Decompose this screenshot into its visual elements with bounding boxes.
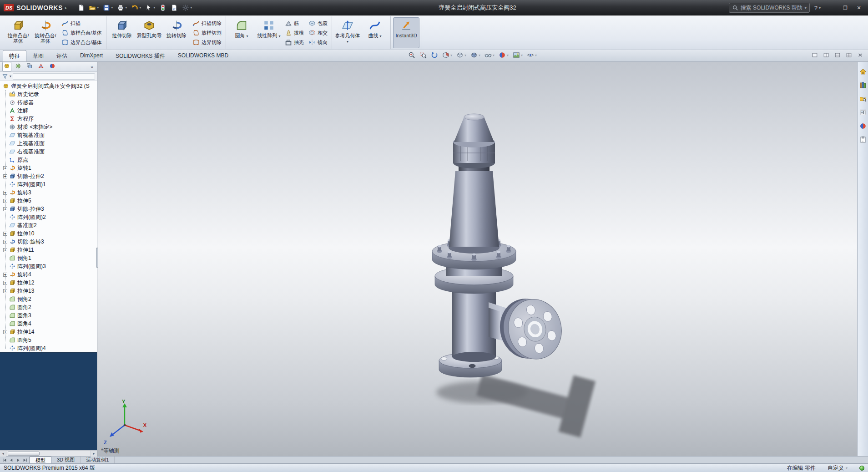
tree-item-extrude10[interactable]: 拉伸10 <box>0 229 97 238</box>
expand-icon[interactable] <box>3 174 7 178</box>
maximize-button[interactable]: ❐ <box>839 3 852 13</box>
tree-item-revolve3[interactable]: 旋转3 <box>0 188 97 197</box>
design-library-button[interactable] <box>859 81 867 89</box>
hole-wizard-button[interactable]: 异型孔向导 <box>136 17 162 48</box>
valve-3d-model[interactable] <box>97 62 857 456</box>
tree-item-front-plane[interactable]: 前视基准面 <box>0 131 97 139</box>
edit-appearance-button[interactable] <box>498 51 510 59</box>
tree-item-sensors[interactable]: 传感器 <box>0 98 97 107</box>
tree-item-history[interactable]: 历史记录 <box>0 90 97 98</box>
solidworks-resources-button[interactable] <box>859 67 867 76</box>
tree-item-cirpattern2[interactable]: 阵列(圆周)2 <box>0 213 97 221</box>
help-button[interactable]: ? ▾ <box>814 5 821 11</box>
select-button[interactable] <box>144 3 156 12</box>
tree-item-material[interactable]: 材质 <未指定> <box>0 123 97 131</box>
tree-item-plane2[interactable]: 基准面2 <box>0 221 97 229</box>
propertymanager-tab[interactable] <box>14 62 23 71</box>
expand-icon[interactable] <box>3 281 7 285</box>
tree-item-fillet5[interactable]: 圆角5 <box>0 336 97 344</box>
expand-icon[interactable] <box>3 330 7 334</box>
swept-cut-button[interactable]: 扫描切除 <box>191 19 223 28</box>
lofted-cut-button[interactable]: 放样切割 <box>191 29 223 37</box>
panel-tabs-overflow[interactable]: » <box>89 64 95 70</box>
extruded-cut-button[interactable]: 拉伸切除 <box>109 17 135 48</box>
search-dropdown-icon[interactable]: ▾ <box>805 6 807 10</box>
boundary-boss-base-button[interactable]: 边界凸台/基体 <box>60 38 104 47</box>
tree-item-root[interactable]: 弹簧全启封闭式高压安全阀32 (S <box>0 82 97 90</box>
mirror-button[interactable]: 镜向 <box>307 38 329 47</box>
swept-boss-base-button[interactable]: 扫描 <box>60 19 104 28</box>
view-orientation-button[interactable] <box>455 51 467 59</box>
section-view-button[interactable] <box>441 51 453 59</box>
tree-item-extrude11[interactable]: 拉伸11 <box>0 246 97 254</box>
tab-sketch[interactable]: 草图 <box>26 50 50 61</box>
tree-item-cut-extrude2[interactable]: 切除-拉伸2 <box>0 172 97 180</box>
reference-geometry-button[interactable]: 参考几何体 ▾ <box>334 17 361 48</box>
tree-item-fillet2[interactable]: 圆角2 <box>0 303 97 311</box>
tree-item-extrude12[interactable]: 拉伸12 <box>0 279 97 287</box>
custom-properties-button[interactable] <box>859 136 867 144</box>
tree-item-fillet4[interactable]: 圆角4 <box>0 320 97 328</box>
tree-item-chamfer2[interactable]: 倒角2 <box>0 295 97 303</box>
apply-scene-button[interactable] <box>512 51 524 59</box>
tree-item-cirpattern1[interactable]: 阵列(圆周)1 <box>0 180 97 188</box>
scrollbar-thumb[interactable] <box>8 452 40 456</box>
tree-item-annotations[interactable]: 注解 <box>0 107 97 115</box>
tree-item-chamfer1[interactable]: 倒角1 <box>0 254 97 262</box>
orientation-triad[interactable]: Y X Z <box>104 401 147 444</box>
open-button[interactable] <box>87 3 100 12</box>
nav-first-button[interactable] <box>1 457 8 463</box>
panel-splitter-handle[interactable] <box>96 248 98 268</box>
expand-icon[interactable] <box>3 273 7 277</box>
tree-item-right-plane[interactable]: 右视基准面 <box>0 147 97 156</box>
revolved-cut-button[interactable]: 旋转切除 <box>163 17 190 48</box>
undo-button[interactable] <box>130 3 142 12</box>
tab-evaluate[interactable]: 评估 <box>50 50 74 61</box>
instant3d-button[interactable]: Instant3D <box>393 17 419 48</box>
tab-features[interactable]: 特征 <box>3 50 26 61</box>
tree-item-top-plane[interactable]: 上视基准面 <box>0 139 97 147</box>
hide-show-items-button[interactable] <box>484 51 495 59</box>
tree-item-extrude13[interactable]: 拉伸13 <box>0 287 97 295</box>
new-document-button[interactable] <box>76 3 86 12</box>
zoom-to-fit-button[interactable] <box>407 51 416 59</box>
viewport-layout-two-horizontal-button[interactable] <box>833 51 842 59</box>
scroll-right-icon[interactable]: ▸ <box>91 451 97 457</box>
tree-item-cut-extrude3[interactable]: 切除-拉伸3 <box>0 205 97 213</box>
scroll-left-icon[interactable]: ◂ <box>0 451 6 457</box>
custom-dropdown[interactable]: 自定义 ▾ <box>826 464 849 472</box>
viewport-layout-two-vertical-button[interactable] <box>822 51 830 59</box>
zoom-to-area-button[interactable] <box>419 51 428 59</box>
tree-item-cirpattern4[interactable]: 阵列(圆周)4 <box>0 344 97 352</box>
file-properties-button[interactable] <box>169 3 179 12</box>
viewport-layout-four-button[interactable] <box>845 51 853 59</box>
nav-next-button[interactable] <box>15 457 21 463</box>
tab-solidworks-addins[interactable]: SOLIDWORKS 插件 <box>109 50 172 61</box>
graphics-area[interactable]: Y X Z *等轴测 <box>97 62 857 456</box>
filter-input[interactable] <box>13 73 95 80</box>
previous-view-button[interactable] <box>430 51 439 59</box>
wrap-button[interactable]: 包覆 <box>307 19 329 28</box>
nav-previous-button[interactable] <box>8 457 15 463</box>
tree-item-cirpattern3[interactable]: 阵列(圆周)3 <box>0 262 97 270</box>
tab-solidworks-mbd[interactable]: SOLIDWORKS MBD <box>172 50 235 61</box>
expand-icon[interactable] <box>3 191 7 195</box>
configurationmanager-tab[interactable] <box>25 62 34 71</box>
tab-3d-views[interactable]: 3D 视图 <box>51 457 81 463</box>
tree-item-revolve1[interactable]: 旋转1 <box>0 164 97 172</box>
expand-icon[interactable] <box>3 240 7 244</box>
expand-icon[interactable] <box>3 248 7 252</box>
search-input[interactable]: 搜索 SOLIDWORKS 帮助 ▾ <box>729 3 810 13</box>
tab-model[interactable]: 模型 <box>30 457 51 463</box>
shell-button[interactable]: 抽壳 <box>283 38 306 47</box>
featuremanager-tab[interactable] <box>2 62 11 71</box>
print-button[interactable] <box>116 3 128 12</box>
lofted-boss-base-button[interactable]: 放样凸台/基体 <box>60 29 104 37</box>
tree-item-fillet3[interactable]: 圆角3 <box>0 311 97 320</box>
boundary-cut-button[interactable]: 边界切除 <box>191 38 223 47</box>
extruded-boss-base-button[interactable]: 拉伸凸台/基体 <box>5 17 31 48</box>
rib-button[interactable]: 筋 <box>283 19 306 28</box>
viewport-layout-single-button[interactable] <box>811 51 819 59</box>
view-palette-button[interactable] <box>859 108 867 117</box>
displaymanager-tab[interactable] <box>48 62 57 71</box>
